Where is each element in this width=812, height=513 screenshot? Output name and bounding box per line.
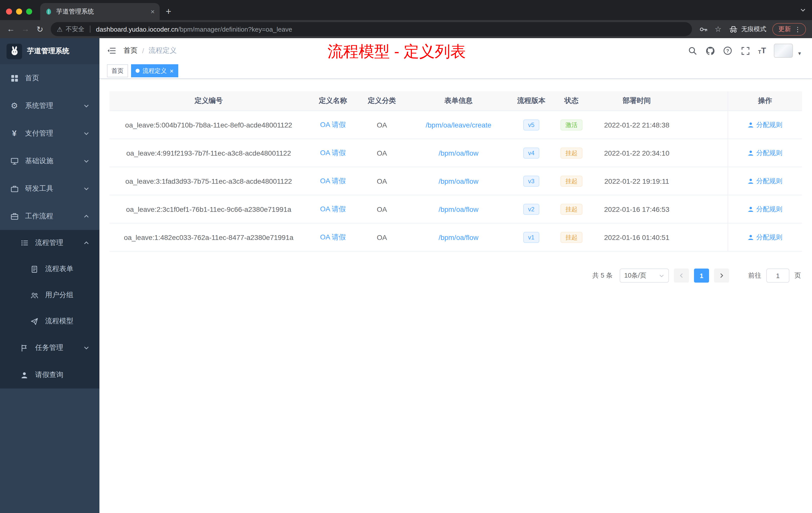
sidebar-item-task-management[interactable]: 任务管理 — [0, 334, 99, 361]
navbar-actions: ? TT ▾ — [688, 44, 812, 58]
tag-home[interactable]: 首页 — [107, 64, 128, 77]
sidebar-item-process-model[interactable]: 流程模型 — [0, 308, 99, 334]
pagination: 共 5 条 10条/页 1 — [110, 269, 802, 282]
window-controls — [6, 8, 32, 14]
sidebar-item-dev-tools[interactable]: 研发工具 — [0, 175, 99, 202]
fullscreen-icon[interactable] — [741, 46, 750, 56]
definition-name-link[interactable]: OA 请假 — [320, 233, 346, 242]
sidebar-item-user-group[interactable]: 用户分组 — [0, 282, 99, 308]
chevron-down-icon — [659, 273, 664, 278]
avatar-caret-icon[interactable]: ▾ — [798, 50, 801, 58]
search-icon[interactable] — [688, 46, 697, 56]
page-size-select[interactable]: 10条/页 — [620, 269, 669, 282]
version-badge: v5 — [523, 119, 539, 130]
definition-name-link[interactable]: OA 请假 — [320, 148, 346, 157]
hamburger-fold-icon[interactable] — [99, 47, 123, 55]
person-icon — [748, 206, 754, 212]
new-tab-button[interactable]: + — [166, 6, 171, 16]
update-button[interactable]: 更新 ⋮ — [772, 23, 806, 35]
row-spacer — [682, 223, 728, 251]
sidebar-item-home[interactable]: 首页 — [0, 64, 99, 92]
bookmark-star-icon[interactable]: ☆ — [711, 22, 725, 36]
sidebar-item-workflow[interactable]: 工作流程 — [0, 202, 99, 230]
app-logo[interactable]: 芋道管理系统 — [0, 38, 99, 64]
minimize-window-button[interactable] — [16, 8, 22, 14]
back-button[interactable]: ← — [4, 22, 18, 36]
sidebar-item-payment[interactable]: ¥ 支付管理 — [0, 119, 99, 147]
app-root: 芋道管理系统 首页 ⚙ 系统管理 — [0, 38, 812, 513]
chevron-up-icon — [83, 240, 89, 246]
definition-name-link[interactable]: OA 请假 — [320, 120, 346, 129]
definition-name-link[interactable]: OA 请假 — [320, 176, 346, 185]
tab-close-icon[interactable]: × — [151, 8, 155, 15]
page-1-button[interactable]: 1 — [694, 269, 709, 282]
page-content: 定义编号 定义名称 定义分类 表单信息 流程版本 状态 部署时间 操作 oa_l… — [99, 79, 812, 513]
breadcrumb-home-link[interactable]: 首页 — [123, 46, 138, 55]
assign-rule-link[interactable]: 分配规则 — [748, 120, 782, 129]
goto-label: 前往 — [748, 271, 761, 280]
password-key-icon[interactable] — [696, 22, 710, 36]
version-badge: v4 — [523, 147, 539, 158]
url-host: dashboard.yudao.iocoder.cn — [96, 25, 178, 33]
assign-rule-link[interactable]: 分配规则 — [748, 148, 782, 157]
toolbox-icon — [10, 184, 19, 193]
browser-menu-dots-icon[interactable]: ⋮ — [794, 25, 801, 33]
definition-id: oa_leave:4:991f2193-7b7f-11ec-a3c8-acde4… — [110, 139, 308, 167]
browser-window: 芋道管理系统 × + ← → ↻ ⚠ 不安全 dashboard.yudao.i… — [0, 0, 812, 513]
tab-title: 芋道管理系统 — [56, 7, 147, 16]
sidebar-item-infrastructure[interactable]: 基础设施 — [0, 147, 99, 175]
status-badge: 挂起 — [560, 204, 582, 215]
form-link[interactable]: /bpm/oa/flow — [439, 177, 478, 185]
prev-page-button[interactable] — [674, 269, 689, 282]
assign-rule-link[interactable]: 分配规则 — [748, 176, 782, 185]
status-badge: 挂起 — [560, 175, 582, 186]
definition-name-link[interactable]: OA 请假 — [320, 205, 346, 214]
incognito-icon — [729, 25, 738, 33]
form-link[interactable]: /bpm/oa/flow — [439, 205, 478, 213]
workflow-submenu: 流程管理 流程表单 — [0, 230, 99, 389]
assign-rule-link[interactable]: 分配规则 — [748, 233, 782, 242]
security-label[interactable]: 不安全 — [65, 25, 84, 33]
sidebar-item-leave-query[interactable]: 请假查询 — [0, 361, 99, 389]
tag-process-definition[interactable]: 流程定义 × — [131, 64, 178, 77]
sidebar-item-label: 用户分组 — [45, 291, 73, 300]
person-icon — [748, 150, 754, 156]
address-bar[interactable]: ⚠ 不安全 dashboard.yudao.iocoder.cn/bpm/man… — [51, 22, 692, 36]
forward-button[interactable]: → — [19, 22, 32, 36]
status-badge: 激活 — [560, 119, 582, 130]
zoom-window-button[interactable] — [26, 8, 32, 14]
tag-close-icon[interactable]: × — [170, 67, 174, 74]
monitor-icon — [10, 157, 19, 165]
row-spacer — [682, 167, 728, 195]
tab-search-chevron-icon[interactable] — [800, 7, 806, 13]
column-header: 部署时间 — [591, 91, 682, 111]
assign-rule-link[interactable]: 分配规则 — [748, 205, 782, 214]
definition-id: oa_leave:1:482ec033-762a-11ec-8477-a2380… — [110, 223, 308, 251]
incognito-badge: 无痕模式 — [729, 25, 766, 33]
avatar[interactable] — [774, 44, 793, 58]
github-icon[interactable] — [705, 46, 715, 56]
next-page-button[interactable] — [714, 269, 729, 282]
sidebar-item-process-form[interactable]: 流程表单 — [0, 256, 99, 282]
browser-tab[interactable]: 芋道管理系统 × — [40, 3, 160, 20]
reload-button[interactable]: ↻ — [33, 22, 47, 36]
svg-text:?: ? — [726, 48, 729, 54]
form-link[interactable]: /bpm/oa/flow — [439, 149, 478, 157]
form-link[interactable]: /bpm/oa/flow — [439, 233, 478, 241]
tab-favicon — [45, 8, 52, 15]
table-row: oa_leave:3:1fad3d93-7b75-11ec-a3c8-acde4… — [110, 167, 802, 195]
chevron-down-icon — [83, 103, 89, 109]
sidebar-item-process-management[interactable]: 流程管理 — [0, 230, 99, 256]
help-question-icon[interactable]: ? — [723, 46, 732, 56]
tab-strip: 芋道管理系统 × + — [0, 0, 812, 20]
form-link[interactable]: /bpm/oa/leave/create — [426, 121, 491, 129]
chevron-down-icon — [83, 158, 89, 164]
deploy-time: 2022-01-22 20:34:10 — [591, 139, 682, 167]
sidebar-item-system[interactable]: ⚙ 系统管理 — [0, 92, 99, 119]
font-size-icon[interactable]: TT — [758, 47, 766, 55]
person-icon — [748, 122, 754, 128]
table-row: oa_leave:2:3c1f0ef1-76b1-11ec-9c66-a2380… — [110, 195, 802, 223]
close-window-button[interactable] — [6, 8, 12, 14]
goto-page-input[interactable] — [766, 269, 789, 282]
definition-category: OA — [358, 195, 406, 223]
